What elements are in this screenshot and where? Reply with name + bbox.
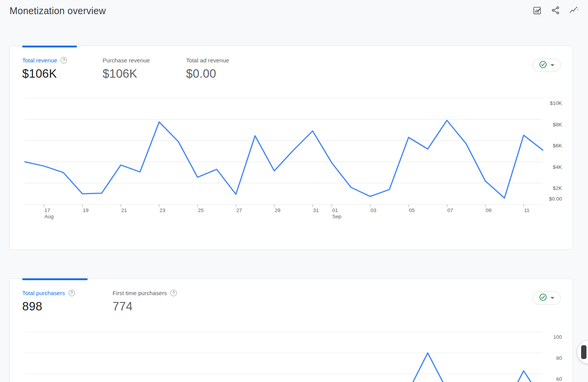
svg-text:07: 07 (447, 207, 453, 213)
purchasers-card: Total purchasers ? 898 First time purcha… (9, 278, 573, 382)
svg-text:$6K: $6K (553, 143, 562, 149)
customize-report-icon (532, 5, 542, 15)
x-axis: 17Aug1921232527293101Sep0305070911 (44, 204, 529, 219)
y-axis-labels: 1008060 (553, 334, 562, 382)
svg-text:$8K: $8K (553, 122, 562, 127)
svg-text:29: 29 (274, 207, 280, 213)
svg-text:09: 09 (486, 207, 492, 213)
share-icon (550, 5, 560, 15)
svg-text:100: 100 (553, 334, 562, 340)
svg-text:25: 25 (198, 207, 204, 213)
share-button[interactable] (549, 4, 562, 17)
svg-text:17Aug: 17Aug (44, 207, 54, 219)
svg-text:21: 21 (121, 207, 127, 213)
insights-button[interactable] (567, 4, 580, 17)
svg-text:60: 60 (556, 376, 562, 382)
gridlines (25, 98, 543, 204)
y-axis-labels: $10K$8K$6K$4K$2K$0.00 (549, 100, 562, 202)
page-title: Monetization overview (10, 5, 106, 16)
svg-text:03: 03 (371, 207, 376, 213)
help-fab-glyph (581, 345, 586, 359)
insights-icon (569, 5, 579, 15)
revenue-line-chart[interactable]: $10K$8K$6K$4K$2K$0.0017Aug19212325272931… (10, 46, 573, 250)
svg-text:01Sep: 01Sep (332, 207, 341, 219)
revenue-card: Total revenue ? $106K Purchase revenue $… (9, 46, 573, 250)
svg-text:31: 31 (313, 207, 319, 213)
svg-text:05: 05 (409, 207, 415, 213)
svg-text:$10K: $10K (550, 100, 562, 106)
svg-text:23: 23 (160, 207, 165, 213)
series-line (25, 120, 543, 198)
svg-text:$4K: $4K (553, 164, 562, 170)
svg-text:11: 11 (524, 207, 529, 213)
svg-text:$2K: $2K (553, 185, 562, 191)
series-line (25, 353, 543, 382)
svg-text:19: 19 (83, 207, 88, 213)
svg-text:80: 80 (556, 355, 562, 361)
svg-text:$0.00: $0.00 (549, 196, 562, 202)
help-fab[interactable] (577, 341, 588, 364)
header-actions (531, 4, 580, 17)
customize-report-button[interactable] (531, 4, 544, 17)
gridlines (25, 332, 543, 374)
svg-text:27: 27 (236, 207, 242, 213)
purchasers-line-chart[interactable]: 1008060 (10, 279, 573, 382)
